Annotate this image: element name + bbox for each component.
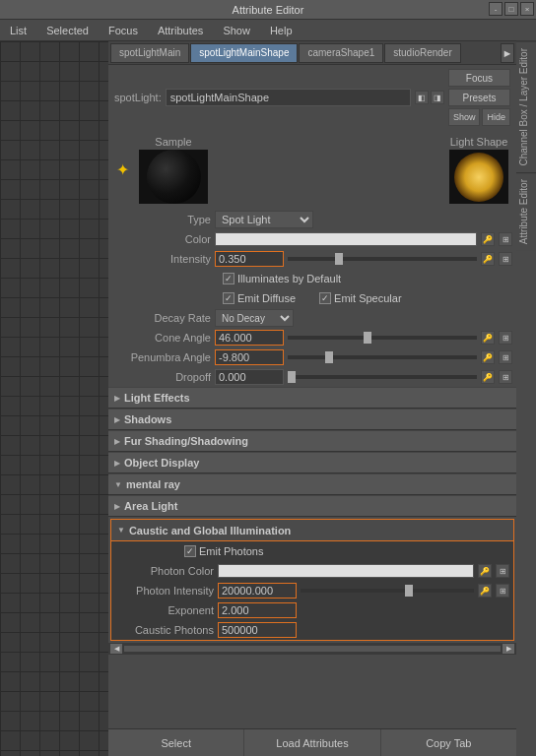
scroll-right-btn[interactable]: ▶ [502, 644, 514, 654]
type-label: Type [112, 214, 211, 225]
cone-angle-slider[interactable] [288, 336, 477, 340]
fur-shading-title: Fur Shading/Shadowing [124, 435, 248, 447]
fur-shading-header[interactable]: ▶ Fur Shading/Shadowing [108, 430, 516, 452]
tab-camera-shape[interactable]: cameraShape1 [299, 43, 383, 63]
presets-button[interactable]: Presets [448, 89, 510, 106]
h-scroll-track[interactable] [124, 646, 501, 652]
tab-studio-render[interactable]: studioRender [384, 43, 460, 63]
intensity-slider[interactable] [288, 257, 477, 261]
dropoff-key-icon[interactable]: 🔑 [481, 370, 495, 384]
intensity-input[interactable] [215, 251, 284, 267]
penumbra-angle-input[interactable] [215, 349, 284, 365]
caustic-header[interactable]: ▼ Caustic and Global Illumination [111, 520, 513, 541]
menu-help[interactable]: Help [266, 23, 297, 38]
area-light-header[interactable]: ▶ Area Light [108, 495, 516, 517]
focus-button[interactable]: Focus [448, 69, 510, 87]
cone-angle-label: Cone Angle [112, 332, 211, 344]
color-map-icon[interactable]: ⊞ [499, 232, 512, 246]
decay-rate-select[interactable]: No Decay Linear Quadratic Cubic [215, 309, 294, 327]
caustic-triangle: ▼ [117, 526, 125, 535]
photon-color-label: Photon Color [115, 565, 214, 577]
menu-list[interactable]: List [6, 23, 31, 38]
photon-intensity-row: Photon Intensity 🔑 ⊞ [111, 581, 513, 600]
photon-intensity-slider[interactable] [301, 589, 474, 593]
intensity-row: Intensity 🔑 ⊞ [108, 249, 516, 269]
type-row: Type Spot Light Point Light Directional … [108, 210, 516, 229]
preview-area: ✦ Sample Light Shape [108, 130, 516, 210]
show-button[interactable]: Show [448, 108, 481, 126]
photon-color-map-icon[interactable]: ⊞ [496, 564, 509, 578]
menu-attributes[interactable]: Attributes [154, 23, 207, 38]
emit-photons-checkbox[interactable] [184, 545, 196, 557]
tab-scroll-arrow[interactable]: ► [501, 43, 514, 63]
menu-selected[interactable]: Selected [42, 23, 93, 38]
horizontal-scrollbar[interactable]: ◀ ▶ [108, 643, 516, 655]
intensity-map-icon[interactable]: ⊞ [499, 252, 512, 266]
object-display-triangle: ▶ [114, 459, 120, 468]
hide-button[interactable]: Hide [482, 108, 510, 126]
shadows-header[interactable]: ▶ Shadows [108, 409, 516, 430]
object-display-header[interactable]: ▶ Object Display [108, 452, 516, 473]
dropoff-map-icon[interactable]: ⊞ [499, 370, 512, 384]
cone-angle-row: Cone Angle 🔑 ⊞ [108, 328, 516, 347]
spotlight-name-input[interactable] [166, 89, 411, 106]
photon-intensity-map-icon[interactable]: ⊞ [496, 584, 509, 598]
sidebar-tab-attribute-editor[interactable]: Attribute Editor [516, 172, 536, 250]
menu-focus[interactable]: Focus [104, 23, 142, 38]
penumbra-angle-label: Penumbra Angle [112, 351, 211, 363]
shadows-triangle: ▶ [114, 415, 120, 424]
exponent-label: Exponent [115, 604, 214, 616]
penumbra-slider[interactable] [288, 355, 477, 359]
penumbra-key-icon[interactable]: 🔑 [481, 350, 495, 364]
max-button[interactable]: □ [504, 2, 518, 16]
paste-icon[interactable]: ◨ [431, 91, 444, 104]
caustic-photons-input[interactable] [218, 622, 297, 638]
penumbra-map-icon[interactable]: ⊞ [499, 350, 512, 364]
bottom-bar: Select Load Attributes Copy Tab [108, 728, 516, 756]
copy-tab-button[interactable]: Copy Tab [381, 729, 516, 756]
emit-photons-item: Emit Photons [184, 545, 263, 557]
close-button[interactable]: × [520, 2, 534, 16]
caustic-photons-label: Caustic Photons [115, 624, 214, 636]
window-title: Attribute Editor [233, 4, 304, 16]
photon-color-swatch[interactable] [218, 564, 474, 578]
properties-scroll[interactable]: Type Spot Light Point Light Directional … [108, 210, 516, 692]
cone-map-icon[interactable]: ⊞ [499, 331, 512, 345]
grid-background [0, 41, 108, 756]
illuminates-label: Illuminates by Default [237, 273, 341, 284]
emit-specular-checkbox[interactable] [319, 292, 331, 304]
intensity-key-icon[interactable]: 🔑 [481, 252, 495, 266]
light-effects-header[interactable]: ▶ Light Effects [108, 387, 516, 409]
dropoff-input[interactable] [215, 369, 284, 385]
photon-color-key-icon[interactable]: 🔑 [478, 564, 492, 578]
sidebar-tab-channel-box[interactable]: Channel Box / Layer Editor [516, 41, 536, 172]
emit-specular-label: Emit Specular [334, 292, 401, 304]
photon-intensity-key-icon[interactable]: 🔑 [478, 584, 492, 598]
min-button[interactable]: - [489, 2, 502, 16]
menu-show[interactable]: Show [219, 23, 254, 38]
color-key-icon[interactable]: 🔑 [481, 232, 495, 246]
mental-ray-header[interactable]: ▼ mental ray [108, 473, 516, 495]
tab-spotlight-main[interactable]: spotLightMain [110, 43, 189, 63]
emit-diffuse-checkbox[interactable] [223, 292, 234, 304]
exponent-input[interactable] [218, 602, 297, 618]
copy-icon[interactable]: ◧ [415, 91, 429, 104]
caustic-title: Caustic and Global Illumination [129, 525, 291, 536]
area-light-title: Area Light [124, 500, 177, 512]
select-button[interactable]: Select [108, 729, 244, 756]
cone-key-icon[interactable]: 🔑 [481, 331, 495, 345]
tab-spotlight-main-shape[interactable]: spotLightMainShape [190, 43, 298, 63]
shadows-title: Shadows [124, 413, 171, 425]
illuminates-checkbox[interactable] [223, 273, 234, 284]
photon-intensity-label: Photon Intensity [115, 585, 214, 597]
scroll-left-btn[interactable]: ◀ [110, 644, 122, 654]
cone-angle-input[interactable] [215, 330, 284, 346]
dropoff-slider[interactable] [288, 375, 477, 379]
emit-photons-label: Emit Photons [199, 545, 263, 557]
light-effects-title: Light Effects [124, 392, 190, 404]
type-select[interactable]: Spot Light Point Light Directional Area … [215, 211, 313, 228]
photon-intensity-input[interactable] [218, 583, 297, 598]
color-swatch[interactable] [215, 232, 477, 246]
load-attributes-button[interactable]: Load Attributes [244, 729, 380, 756]
mental-ray-triangle: ▼ [114, 480, 122, 489]
